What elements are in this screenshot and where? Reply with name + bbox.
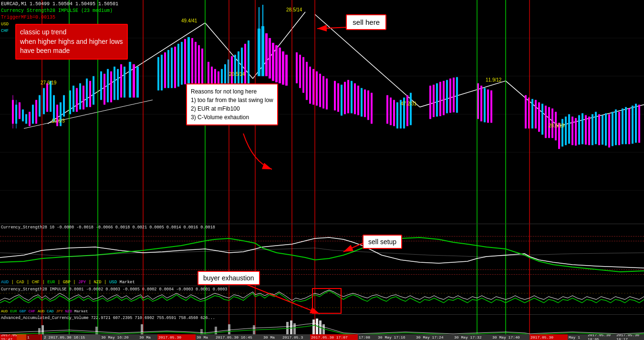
svg-rect-82 (269, 38, 271, 79)
time-seg-1: 2017.05.30 15:42 (0, 334, 17, 340)
svg-rect-121 (439, 82, 441, 116)
svg-rect-135 (535, 100, 537, 129)
time-seg-22: 2017.05.30 18:17 (615, 334, 644, 340)
svg-rect-103 (351, 81, 353, 113)
svg-rect-39 (100, 72, 102, 100)
svg-rect-150 (585, 115, 587, 144)
svg-rect-156 (605, 113, 607, 145)
time-seg-20: May 1 (568, 334, 587, 340)
svg-rect-61 (195, 42, 197, 84)
price-label-1: 27.6/19 (41, 80, 56, 85)
svg-rect-84 (275, 45, 278, 82)
svg-rect-95 (319, 74, 321, 107)
svg-rect-163 (628, 109, 630, 144)
svg-rect-149 (582, 113, 583, 144)
time-seg-17: 30 May 17:32 (453, 334, 491, 340)
svg-rect-49 (136, 67, 139, 98)
svg-rect-104 (354, 83, 356, 114)
svg-rect-110 (386, 95, 388, 124)
svg-rect-76 (248, 41, 249, 84)
time-seg-21: 2017.05.30 18:05 (587, 334, 615, 340)
svg-rect-130 (487, 90, 489, 123)
svg-rect-112 (393, 100, 395, 126)
time-seg-11: 30 Ma (262, 334, 281, 340)
time-seg-10: 2017.05.30 16:45 (215, 334, 262, 340)
impulse-section: Currency_Strength28 IMPULSE 0.0001 -0.00… (0, 286, 644, 315)
svg-rect-92 (309, 67, 311, 104)
svg-rect-58 (184, 39, 186, 84)
svg-rect-165 (635, 104, 637, 143)
svg-rect-43 (114, 67, 115, 100)
svg-rect-60 (191, 38, 193, 83)
svg-rect-34 (79, 83, 81, 110)
svg-rect-152 (592, 114, 593, 145)
svg-rect-54 (171, 48, 173, 88)
svg-rect-122 (443, 81, 445, 115)
svg-rect-124 (449, 79, 451, 113)
svg-rect-33 (76, 88, 78, 112)
chart-title: EURCAD,M1 1.50499 1.50504 1.50495 1.5050… (1, 1, 118, 8)
svg-rect-159 (615, 110, 617, 145)
svg-rect-48 (133, 64, 135, 98)
svg-rect-74 (241, 48, 243, 88)
svg-rect-94 (316, 72, 318, 106)
svg-rect-30 (63, 95, 65, 117)
svg-rect-128 (480, 86, 482, 122)
svg-rect-116 (406, 95, 408, 126)
svg-rect-134 (531, 99, 533, 129)
svg-rect-91 (306, 62, 308, 100)
svg-rect-161 (622, 109, 623, 144)
svg-rect-52 (164, 52, 166, 88)
price-label-6: 47.2/31 (401, 101, 416, 106)
svg-rect-132 (525, 95, 527, 129)
svg-rect-164 (632, 106, 634, 144)
svg-rect-98 (334, 81, 336, 111)
svg-line-10 (506, 81, 558, 126)
svg-rect-50 (157, 57, 159, 91)
svg-rect-126 (456, 77, 458, 113)
time-seg-18: 30 May 17:40 (491, 334, 530, 340)
svg-rect-22 (35, 100, 37, 124)
svg-rect-106 (361, 88, 363, 117)
svg-rect-154 (598, 114, 600, 145)
time-seg-3: 1 (26, 334, 41, 340)
svg-rect-131 (490, 91, 492, 123)
sell-here-annotation: sell here (346, 14, 386, 30)
main-chart: EURCAD,M1 1.50499 1.50504 1.50495 1.5050… (0, 0, 644, 224)
reasons-annotation: Reasons for not long here 1) too far fro… (186, 83, 278, 125)
svg-rect-62 (198, 45, 200, 84)
svg-rect-57 (181, 42, 183, 85)
svg-line-12 (24, 100, 153, 129)
time-seg-14: 17:08 (358, 334, 377, 340)
svg-rect-85 (279, 48, 281, 83)
svg-rect-127 (477, 83, 479, 119)
svg-rect-37 (89, 81, 91, 107)
svg-rect-86 (282, 52, 284, 85)
svg-line-11 (558, 105, 644, 126)
svg-rect-148 (578, 115, 580, 144)
cs-indicator: Currency_Strength28 10 -0.0000 -0.0018 -… (0, 224, 644, 286)
svg-rect-108 (367, 91, 369, 120)
time-seg-9: 30 Ma (196, 334, 215, 340)
svg-rect-157 (608, 114, 610, 147)
price-label-7: 11.9/12 (486, 77, 501, 82)
svg-rect-46 (124, 67, 125, 98)
price-label-4: 20.5/14 (229, 72, 245, 77)
svg-rect-24 (43, 88, 45, 114)
time-seg-16: 30 May 17:24 (415, 334, 453, 340)
time-seg-15: 30 May 17:16 (377, 334, 415, 340)
svg-rect-133 (528, 98, 530, 129)
trigger-mfib: TriggerMFib=0.00135 (1, 14, 118, 21)
price-label-8: 28.5/19 (549, 123, 564, 128)
svg-rect-113 (396, 103, 398, 129)
price-label-5: 28.5/14 (286, 7, 302, 12)
indicator-name: Currency Strength28 IMPULSE (23 medium) (1, 8, 118, 14)
svg-rect-40 (104, 74, 105, 105)
svg-rect-81 (265, 33, 268, 76)
svg-rect-90 (302, 57, 304, 93)
cs-header-text: Currency_Strength28 10 -0.0000 -0.0018 -… (1, 225, 215, 230)
svg-rect-13 (12, 100, 14, 124)
time-seg-4 (41, 334, 42, 340)
svg-rect-99 (337, 83, 339, 112)
svg-rect-87 (285, 55, 288, 86)
